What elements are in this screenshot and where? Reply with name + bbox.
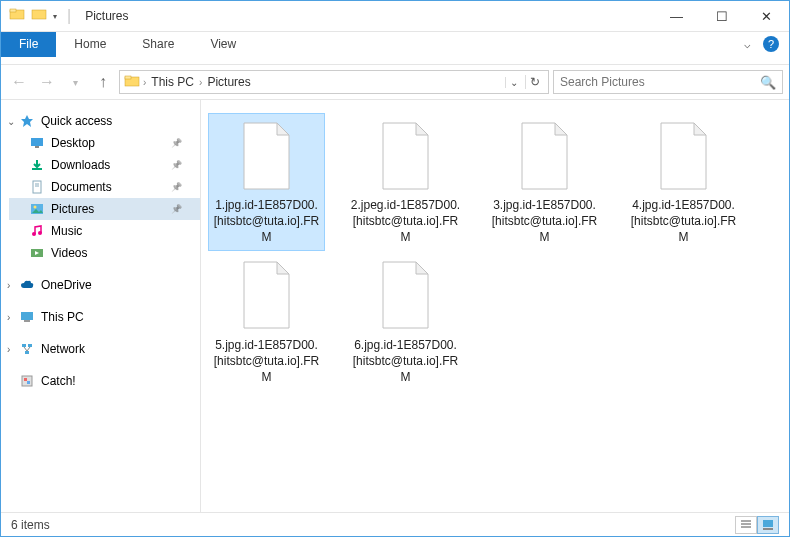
chevron-down-icon[interactable]: ⌄ (7, 116, 15, 127)
window-title: Pictures (85, 9, 128, 23)
sidebar-item-label: Videos (51, 246, 87, 260)
sidebar-videos[interactable]: Videos (9, 242, 200, 264)
blank-file-icon (237, 118, 297, 193)
file-item[interactable]: 5.jpg.id-1E857D00.[hitsbtc@tuta.io].FRM (209, 254, 324, 390)
svg-rect-2 (32, 10, 46, 19)
svg-rect-22 (25, 351, 29, 354)
minimize-button[interactable]: — (654, 1, 699, 31)
chevron-right-icon[interactable]: › (7, 344, 10, 355)
sidebar-item-label: OneDrive (41, 278, 92, 292)
sidebar-item-label: Documents (51, 180, 112, 194)
quick-access-toolbar: ▾ | Pictures (9, 6, 129, 26)
chevron-right-icon[interactable]: › (199, 77, 202, 88)
navigation-toolbar: ← → ▾ ↑ › This PC › Pictures ⌄ ↻ 🔍 (1, 64, 789, 100)
folder-overlay-icon (31, 6, 47, 26)
refresh-button[interactable]: ↻ (525, 75, 544, 89)
sidebar-desktop[interactable]: Desktop (9, 132, 200, 154)
close-button[interactable]: ✕ (744, 1, 789, 31)
videos-icon (29, 245, 45, 261)
share-tab[interactable]: Share (124, 33, 192, 55)
sidebar-item-label: Quick access (41, 114, 112, 128)
sidebar-item-label: Desktop (51, 136, 95, 150)
file-name-label: 6.jpg.id-1E857D00.[hitsbtc@tuta.io].FRM (350, 337, 461, 386)
file-name-label: 5.jpg.id-1E857D00.[hitsbtc@tuta.io].FRM (211, 337, 322, 386)
view-tab[interactable]: View (192, 33, 254, 55)
sidebar-item-label: Music (51, 224, 82, 238)
breadcrumb-folder[interactable]: Pictures (205, 74, 252, 90)
sidebar-music[interactable]: Music (9, 220, 200, 242)
downloads-icon (29, 157, 45, 173)
svg-rect-19 (24, 320, 30, 322)
navigation-pane: ⌄ Quick access Desktop Downloads Documen… (1, 100, 201, 517)
documents-icon (29, 179, 45, 195)
explorer-icon (9, 6, 25, 26)
svg-rect-24 (24, 378, 27, 381)
folder-icon (124, 73, 140, 92)
star-icon (19, 113, 35, 129)
sidebar-onedrive[interactable]: › OneDrive (9, 274, 200, 296)
blank-file-icon (376, 258, 436, 333)
collapse-ribbon-icon[interactable]: ⌵ (732, 38, 763, 51)
window-controls: — ☐ ✕ (654, 1, 789, 31)
titlebar: ▾ | Pictures — ☐ ✕ (1, 1, 789, 31)
large-icons-view-button[interactable] (757, 516, 779, 534)
chevron-right-icon[interactable]: › (143, 77, 146, 88)
desktop-icon (29, 135, 45, 151)
svg-rect-7 (35, 146, 39, 148)
file-item[interactable]: 1.jpg.id-1E857D00.[hitsbtc@tuta.io].FRM (209, 114, 324, 250)
svg-rect-20 (22, 344, 26, 347)
address-bar[interactable]: › This PC › Pictures ⌄ ↻ (119, 70, 549, 94)
svg-rect-18 (21, 312, 33, 320)
up-button[interactable]: ↑ (91, 70, 115, 94)
sidebar-thispc[interactable]: › This PC (9, 306, 200, 328)
sidebar-item-label: Downloads (51, 158, 110, 172)
sidebar-pictures[interactable]: Pictures (9, 198, 200, 220)
sidebar-item-label: Catch! (41, 374, 76, 388)
svg-rect-25 (27, 381, 30, 384)
address-dropdown-icon[interactable]: ⌄ (505, 77, 522, 88)
details-view-button[interactable] (735, 516, 757, 534)
search-input[interactable] (560, 75, 760, 89)
file-item[interactable]: 3.jpg.id-1E857D00.[hitsbtc@tuta.io].FRM (487, 114, 602, 250)
file-name-label: 1.jpg.id-1E857D00.[hitsbtc@tuta.io].FRM (211, 197, 322, 246)
sidebar-documents[interactable]: Documents (9, 176, 200, 198)
music-icon (29, 223, 45, 239)
pictures-icon (29, 201, 45, 217)
svg-rect-21 (28, 344, 32, 347)
forward-button[interactable]: → (35, 70, 59, 94)
maximize-button[interactable]: ☐ (699, 1, 744, 31)
sidebar-item-label: Network (41, 342, 85, 356)
file-item[interactable]: 6.jpg.id-1E857D00.[hitsbtc@tuta.io].FRM (348, 254, 463, 390)
file-tab[interactable]: File (1, 32, 56, 57)
pc-icon (19, 309, 35, 325)
file-name-label: 4.jpg.id-1E857D00.[hitsbtc@tuta.io].FRM (628, 197, 739, 246)
recent-locations-button[interactable]: ▾ (63, 70, 87, 94)
back-button[interactable]: ← (7, 70, 31, 94)
ribbon-tabs: File Home Share View ⌵ ? (1, 31, 789, 56)
file-name-label: 3.jpg.id-1E857D00.[hitsbtc@tuta.io].FRM (489, 197, 600, 246)
svg-rect-1 (10, 9, 16, 12)
svg-rect-4 (125, 76, 131, 79)
file-item[interactable]: 2.jpeg.id-1E857D00.[hitsbtc@tuta.io].FRM (348, 114, 463, 250)
sidebar-network[interactable]: › Network (9, 338, 200, 360)
sidebar-item-label: Pictures (51, 202, 94, 216)
help-button[interactable]: ? (763, 36, 779, 52)
chevron-right-icon[interactable]: › (7, 280, 10, 291)
svg-marker-5 (21, 115, 33, 127)
statusbar: 6 items (1, 512, 789, 536)
blank-file-icon (237, 258, 297, 333)
search-box[interactable]: 🔍 (553, 70, 783, 94)
file-item[interactable]: 4.jpg.id-1E857D00.[hitsbtc@tuta.io].FRM (626, 114, 741, 250)
home-tab[interactable]: Home (56, 33, 124, 55)
svg-point-15 (38, 231, 42, 235)
file-list: 1.jpg.id-1E857D00.[hitsbtc@tuta.io].FRM2… (201, 100, 789, 517)
chevron-right-icon[interactable]: › (7, 312, 10, 323)
breadcrumb-thispc[interactable]: This PC (149, 74, 196, 90)
sidebar-quick-access[interactable]: ⌄ Quick access (9, 110, 200, 132)
separator: | (67, 7, 71, 25)
search-icon[interactable]: 🔍 (760, 75, 776, 90)
main-area: ⌄ Quick access Desktop Downloads Documen… (1, 100, 789, 517)
sidebar-catch[interactable]: Catch! (9, 370, 200, 392)
qat-dropdown-icon[interactable]: ▾ (53, 12, 57, 21)
sidebar-downloads[interactable]: Downloads (9, 154, 200, 176)
